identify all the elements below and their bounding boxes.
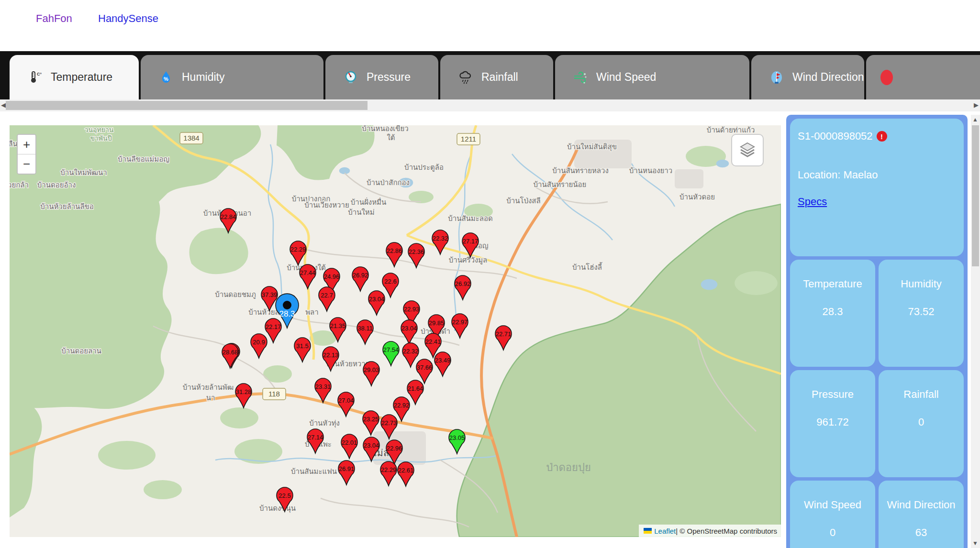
road-shield: 118 (263, 388, 286, 400)
thermometer-icon: C° (27, 69, 43, 86)
map-marker-red[interactable]: 29.03 (363, 362, 379, 386)
map-marker-red[interactable]: 22.29 (380, 461, 397, 486)
map-place-label: บ้านห้วยล้านลีขอ (40, 202, 94, 210)
map-marker-red[interactable]: 21.64 (407, 380, 423, 405)
svg-text:22.01: 22.01 (342, 439, 357, 446)
map-place-label: บ้านฝั่งหมื่น (351, 197, 386, 206)
metric-label: Wind Speed (804, 499, 861, 511)
map-marker-red[interactable]: 22.71 (495, 326, 512, 350)
map-place-label: บ้านหนองยาว (629, 166, 672, 175)
map-marker-red[interactable]: 37.39 (261, 286, 278, 311)
tab-extra[interactable] (866, 55, 980, 99)
svg-text:22.36: 22.36 (409, 248, 424, 255)
tab-label: Humidity (182, 71, 224, 84)
horizontal-scrollbar[interactable]: ◀ ▶ (0, 99, 980, 111)
map-marker-green[interactable]: 23.05 (449, 429, 465, 454)
map-place-label: วยกล้า (10, 181, 29, 189)
map-marker-red[interactable]: 22.97 (452, 314, 468, 338)
svg-text:1211: 1211 (461, 135, 476, 143)
map-marker-red[interactable]: 38.11 (357, 320, 373, 344)
zoom-out-button[interactable]: − (18, 154, 35, 174)
layers-control-button[interactable] (731, 134, 764, 166)
map-marker-red[interactable]: 27.14 (307, 429, 323, 453)
layers-icon (738, 141, 757, 160)
vertical-scrollbar-thumb[interactable] (972, 125, 979, 266)
svg-text:22.29: 22.29 (290, 246, 306, 253)
map-place-label: บ้านใหม่พัฒนา (60, 168, 107, 176)
map-place-label: ป่าดอยปุย (546, 461, 591, 474)
map-marker-red[interactable]: 23.04 (368, 291, 385, 315)
map-place-label: บ้านหัวดอย (679, 193, 715, 201)
tab-wind-speed[interactable]: Wind Speed (555, 55, 749, 99)
zoom-in-button[interactable]: + (18, 135, 35, 154)
map-marker-red[interactable]: 22.01 (341, 434, 357, 459)
metric-card-pressure: Pressure961.72 (790, 370, 875, 477)
map-marker-red[interactable]: 31.28 (235, 384, 252, 408)
svg-text:23.31: 23.31 (315, 383, 331, 390)
map-marker-red[interactable]: 23.49 (434, 352, 451, 376)
scroll-down-arrow-icon[interactable]: ▼ (972, 540, 978, 547)
map-marker-red[interactable]: 22.86 (386, 242, 402, 267)
map-marker-red[interactable]: 27.44 (300, 264, 316, 289)
map-marker-red[interactable]: 28.68 (222, 344, 238, 368)
map-place-label: บ้านสันทรายหลวง (552, 166, 609, 175)
tab-pressure[interactable]: Pressure (325, 55, 438, 99)
svg-text:22.6: 22.6 (384, 278, 396, 285)
nav-link-fahfon[interactable]: FahFon (36, 12, 72, 25)
metric-label: Wind Direction (887, 499, 955, 511)
horizontal-scrollbar-thumb[interactable] (6, 101, 368, 110)
map-place-label: ใต้ (387, 133, 395, 142)
map-marker-red[interactable]: 22.17 (265, 318, 281, 343)
scroll-left-arrow-icon[interactable]: ◀ (1, 101, 6, 109)
map-place-label: บ้านดอยอ้าง (37, 181, 76, 189)
nav-link-handysense[interactable]: HandySense (98, 12, 158, 25)
wind-icon (572, 69, 589, 86)
scroll-up-arrow-icon[interactable]: ▲ (972, 116, 978, 123)
svg-text:23.04: 23.04 (364, 442, 379, 449)
leaflet-link[interactable]: Leaflet (654, 527, 676, 535)
map-place-label: นา (206, 394, 215, 402)
svg-text:23.04: 23.04 (401, 325, 417, 332)
scroll-right-arrow-icon[interactable]: ▶ (974, 101, 979, 109)
svg-text:37.39: 37.39 (262, 291, 278, 298)
map-marker-red[interactable]: 22.7 (319, 287, 335, 311)
map-marker-red[interactable]: 22.61 (398, 462, 414, 486)
ukraine-flag-icon (644, 528, 652, 534)
tab-rainfall[interactable]: Rainfall (440, 55, 553, 99)
map-marker-red[interactable]: 37.66 (416, 359, 433, 384)
specs-link[interactable]: Specs (798, 196, 827, 208)
map-marker-red[interactable]: 22.32 (432, 230, 448, 254)
map-marker-red[interactable]: 26.92 (455, 275, 471, 300)
map-marker-red[interactable]: 22.6 (382, 273, 399, 297)
map-place-label: บ้านหัวทุ่ง (309, 419, 340, 428)
map-marker-red[interactable]: 20.9 (251, 334, 267, 358)
tab-humidity[interactable]: %Humidity (141, 55, 323, 99)
tab-wind-direction[interactable]: Wind Direction (751, 55, 864, 99)
map-place-label: บ้านเวียงหวาย (304, 201, 349, 209)
vertical-scrollbar[interactable]: ▲ ▼ (971, 115, 980, 548)
gauge-icon (343, 69, 359, 86)
map-marker-red[interactable]: 27.04 (338, 392, 354, 416)
svg-text:28.68: 28.68 (223, 349, 238, 356)
map-canvas[interactable]: วนอุทยานขาพันปีลืนบ้านลีขอแม่มอญบ้านใหม่… (10, 125, 781, 537)
svg-text:27.44: 27.44 (300, 269, 316, 276)
svg-text:31.28: 31.28 (236, 388, 252, 395)
svg-text:38.11: 38.11 (357, 325, 373, 332)
map-place-label: วนอุทยาน (85, 126, 114, 134)
map-marker-red[interactable]: 22.36 (408, 243, 424, 268)
map-marker-red[interactable]: 31.5 (294, 338, 311, 362)
map-marker-red[interactable]: 26.92 (352, 267, 368, 291)
map-marker-red[interactable]: 26.91 (338, 460, 355, 485)
svg-text:27.54: 27.54 (383, 346, 399, 353)
map-marker-green[interactable]: 27.54 (383, 341, 399, 366)
map-marker-red[interactable]: 23.31 (315, 378, 331, 403)
svg-text:22.93: 22.93 (404, 306, 420, 313)
map-place-label: บ้านด้ายท่าแก้ว (707, 126, 755, 134)
leaflet-map[interactable]: วนอุทยานขาพันปีลืนบ้านลีขอแม่มอญบ้านใหม่… (10, 125, 781, 537)
map-marker-red[interactable]: 23.04 (401, 320, 417, 344)
tab-temperature[interactable]: C°Temperature (10, 55, 139, 99)
osm-attribution-text: | © OpenStreetMap contributors (676, 527, 777, 535)
metric-value: 73.52 (908, 306, 934, 318)
metric-label: Pressure (812, 388, 854, 401)
map-place-label: บ้านดงขนุน (259, 504, 296, 513)
